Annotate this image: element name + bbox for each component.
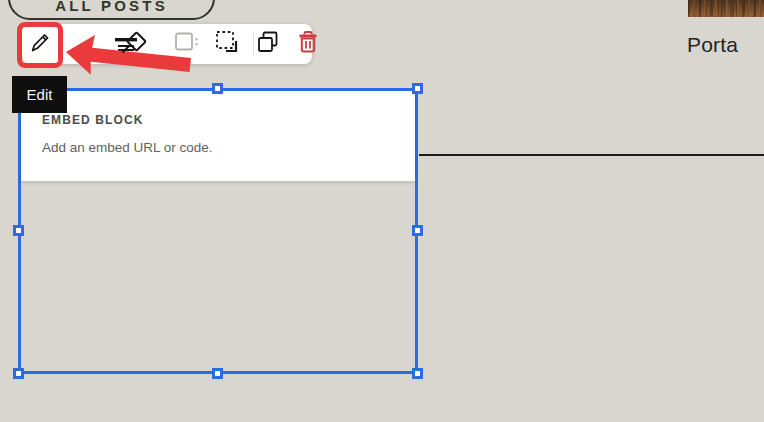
embed-block-panel[interactable]: EMBED BLOCK Add an embed URL or code. (21, 91, 415, 181)
trash-icon (297, 30, 319, 58)
editor-canvas: ALL POSTS Porta EMBED BLOCK Add an embed… (0, 0, 764, 422)
annotation-highlight-box (17, 22, 63, 68)
toolbar-divider (253, 32, 254, 56)
header-divider-line (419, 154, 764, 156)
diamond-eraser-icon[interactable] (120, 29, 150, 59)
dashed-square-icon (214, 29, 240, 59)
selected-embed-block[interactable]: EMBED BLOCK Add an embed URL or code. (18, 88, 418, 374)
duplicate-icon (256, 30, 280, 58)
select-area-button[interactable] (214, 31, 240, 57)
edit-tooltip-label: Edit (27, 86, 53, 103)
duplicate-button[interactable] (255, 31, 281, 57)
delete-button[interactable] (295, 31, 321, 57)
resize-handle-top-right[interactable] (412, 83, 423, 94)
resize-handle-middle-left[interactable] (13, 225, 24, 236)
all-posts-label: ALL POSTS (55, 0, 168, 14)
resize-handle-bottom-right[interactable] (412, 368, 423, 379)
embed-block-title: EMBED BLOCK (42, 113, 415, 127)
all-posts-button[interactable]: ALL POSTS (8, 0, 215, 20)
embed-block-description: Add an embed URL or code. (42, 140, 415, 155)
resize-handle-top-middle[interactable] (212, 83, 223, 94)
resize-handle-middle-right[interactable] (412, 225, 423, 236)
banner-photo-fragment (688, 0, 764, 17)
resize-handle-bottom-middle[interactable] (212, 368, 223, 379)
edit-tooltip: Edit (12, 76, 67, 113)
site-title-partial: Porta (687, 33, 738, 57)
resize-handle-bottom-left[interactable] (13, 368, 24, 379)
